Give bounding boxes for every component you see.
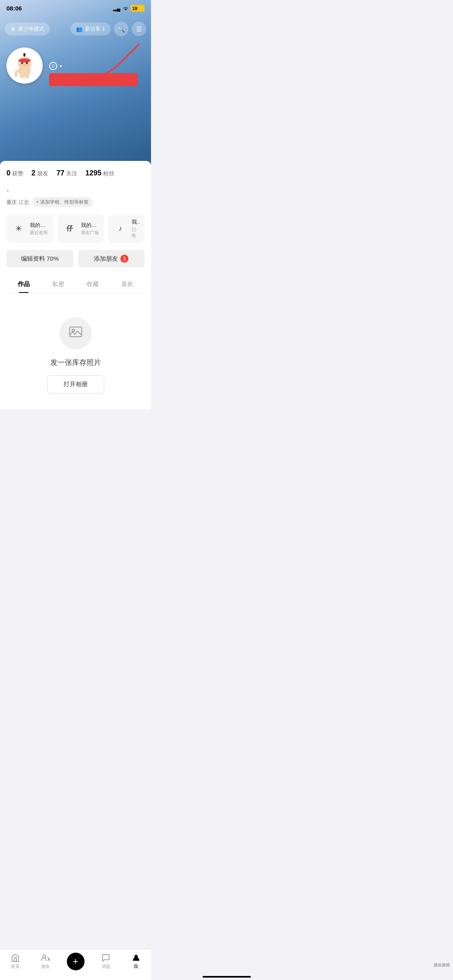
- tab-private[interactable]: 私密: [41, 276, 76, 293]
- tags-row: 重庆·江北 + 添加学校、性别等标签: [6, 197, 145, 207]
- mini-app-sub-1: 朋友广场: [81, 230, 100, 236]
- svg-point-11: [25, 75, 29, 78]
- top-nav: ⛨ 青少年模式 👥 新访客 1 🔍 ☰: [0, 22, 151, 36]
- empty-title: 发一张库存照片: [50, 358, 101, 367]
- status-bar: 08:06 ▂▄ 19 ⚡: [0, 0, 151, 15]
- fans-label: 粉丝: [103, 170, 114, 177]
- bio-text: 。: [6, 185, 145, 193]
- tab-likes[interactable]: 喜欢: [110, 276, 145, 293]
- mini-app-sub-2: 已收: [132, 226, 140, 239]
- level-arrow: ▼: [59, 64, 63, 68]
- stat-fans[interactable]: 1295 粉丝: [85, 169, 114, 177]
- stat-likes: 0 获赞: [6, 169, 23, 177]
- youth-mode-icon: ⛨: [10, 26, 16, 32]
- svg-point-8: [27, 64, 30, 66]
- profile-info: 0 ▼: [49, 47, 138, 86]
- youth-mode-button[interactable]: ⛨ 青少年模式: [5, 23, 50, 35]
- friends-count: 2: [31, 169, 35, 177]
- empty-state: 发一张库存照片 打开相册: [6, 293, 145, 410]
- friends-label: 朋友: [37, 170, 48, 177]
- mini-app-name-1: 我的仔仔: [81, 222, 100, 229]
- username-redacted: [49, 73, 138, 86]
- menu-icon: ☰: [136, 25, 142, 33]
- mini-app-info-0: 我的小程序 最近使用: [30, 222, 49, 236]
- mini-app-info-2: 我的 已收: [132, 218, 140, 239]
- mini-app-1[interactable]: 仔 我的仔仔 朋友广场: [58, 214, 105, 243]
- tab-works[interactable]: 作品: [6, 276, 41, 293]
- signal-icon: ▂▄: [113, 6, 120, 11]
- content-tabs: 作品 私密 收藏 喜欢: [6, 276, 145, 293]
- following-count: 77: [56, 169, 64, 177]
- mini-app-name-0: 我的小程序: [30, 222, 49, 229]
- profile-header: ⛨ 青少年模式 👥 新访客 1 🔍 ☰: [0, 0, 151, 169]
- fans-count: 1295: [85, 169, 101, 177]
- visitor-label: 新访客 1: [85, 25, 105, 33]
- mini-app-0[interactable]: ✳ 我的小程序 最近使用: [6, 214, 54, 243]
- add-friend-badge: 1: [120, 255, 128, 263]
- svg-point-4: [26, 62, 28, 64]
- mini-app-2[interactable]: ♪ 我的 已收: [108, 214, 145, 243]
- svg-point-6: [27, 62, 28, 63]
- mini-app-sub-0: 最近使用: [30, 230, 49, 236]
- edit-profile-button[interactable]: 编辑资料 70%: [6, 250, 73, 268]
- likes-label: 获赞: [12, 170, 23, 177]
- mini-app-icon-2: ♪: [113, 221, 128, 236]
- status-time: 08:06: [6, 5, 22, 12]
- svg-point-7: [19, 64, 23, 66]
- visitor-icon: 👥: [76, 26, 83, 32]
- likes-count: 0: [6, 169, 10, 177]
- add-friend-label: 添加朋友: [94, 255, 118, 263]
- stat-friends[interactable]: 2 朋友: [31, 169, 48, 177]
- mini-app-name-2: 我的: [132, 218, 140, 226]
- mini-app-icon-1: 仔: [62, 221, 77, 236]
- action-buttons: 编辑资料 70% 添加朋友 1: [6, 250, 145, 268]
- location-tag: 重庆·江北: [6, 199, 29, 206]
- stat-following[interactable]: 77 关注: [56, 169, 77, 177]
- edit-profile-label: 编辑资料 70%: [21, 255, 59, 262]
- search-icon: 🔍: [117, 25, 125, 33]
- following-label: 关注: [66, 170, 77, 177]
- svg-point-2: [19, 58, 31, 62]
- level-circle: 0: [49, 62, 57, 70]
- add-tag-label: + 添加学校、性别等标签: [36, 199, 89, 206]
- empty-image-icon: [68, 325, 83, 342]
- profile-section: 0 ▼: [0, 36, 151, 86]
- visitor-button[interactable]: 👥 新访客 1: [70, 23, 111, 35]
- mini-app-info-1: 我的仔仔 朋友广场: [81, 222, 100, 236]
- status-icons: ▂▄ 19 ⚡: [113, 5, 145, 12]
- svg-point-9: [14, 74, 18, 77]
- wifi-icon: [122, 6, 129, 11]
- tab-collections[interactable]: 收藏: [76, 276, 110, 293]
- main-card: 0 获赞 2 朋友 77 关注 1295 粉丝 。 重庆·江北 + 添加学校、性…: [0, 161, 151, 410]
- svg-point-5: [22, 62, 23, 63]
- svg-rect-13: [70, 327, 82, 337]
- menu-button[interactable]: ☰: [132, 22, 146, 36]
- mini-app-icon-0: ✳: [11, 221, 26, 236]
- battery-indicator: 19 ⚡: [131, 5, 145, 12]
- add-friend-button[interactable]: 添加朋友 1: [78, 250, 145, 268]
- level-badge: 0 ▼: [49, 62, 138, 70]
- add-tag-button[interactable]: + 添加学校、性别等标签: [32, 197, 93, 207]
- stats-row: 0 获赞 2 朋友 77 关注 1295 粉丝: [6, 169, 145, 177]
- avatar-container[interactable]: [6, 47, 43, 84]
- open-album-label: 打开相册: [64, 381, 88, 387]
- youth-mode-label: 青少年模式: [18, 25, 44, 33]
- open-album-button[interactable]: 打开相册: [47, 375, 104, 393]
- mini-apps-row: ✳ 我的小程序 最近使用 仔 我的仔仔 朋友广场 ♪ 我的 已收: [6, 214, 145, 243]
- svg-point-14: [72, 329, 74, 331]
- search-button[interactable]: 🔍: [114, 22, 128, 36]
- svg-point-10: [20, 75, 25, 78]
- svg-point-3: [21, 62, 23, 64]
- empty-icon-container: [60, 317, 92, 350]
- top-right-buttons: 👥 新访客 1 🔍 ☰: [70, 22, 146, 36]
- avatar-image: [11, 52, 38, 79]
